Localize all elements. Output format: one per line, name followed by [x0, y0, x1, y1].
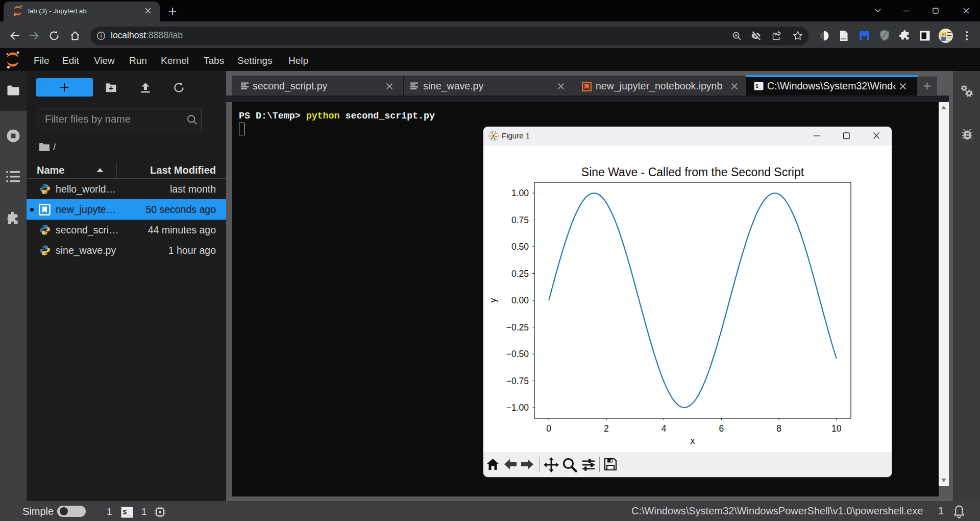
svg-text:8: 8 — [776, 423, 781, 434]
svg-text:−0.25: −0.25 — [506, 322, 529, 332]
svg-text:4: 4 — [662, 423, 667, 434]
svg-text:−1.00: −1.00 — [506, 402, 529, 413]
svg-text:y: y — [488, 298, 498, 302]
svg-text:0.00: 0.00 — [511, 295, 529, 305]
svg-text:6: 6 — [719, 423, 724, 434]
svg-text:0.75: 0.75 — [511, 215, 529, 225]
svg-text:0: 0 — [546, 423, 551, 434]
svg-text:2: 2 — [604, 423, 609, 434]
svg-text:−0.50: −0.50 — [506, 349, 529, 359]
svg-text:10: 10 — [831, 423, 842, 434]
svg-text:1.00: 1.00 — [511, 188, 529, 198]
svg-text:0.25: 0.25 — [511, 268, 529, 278]
svg-text:−0.75: −0.75 — [506, 375, 529, 386]
svg-text:x: x — [691, 436, 695, 446]
svg-text:0.50: 0.50 — [511, 242, 529, 252]
svg-text:$_: $_ — [755, 84, 762, 89]
svg-text:Sine Wave - Called from the Se: Sine Wave - Called from the Second Scrip… — [581, 165, 804, 179]
svg-text:$_: $_ — [123, 509, 131, 516]
